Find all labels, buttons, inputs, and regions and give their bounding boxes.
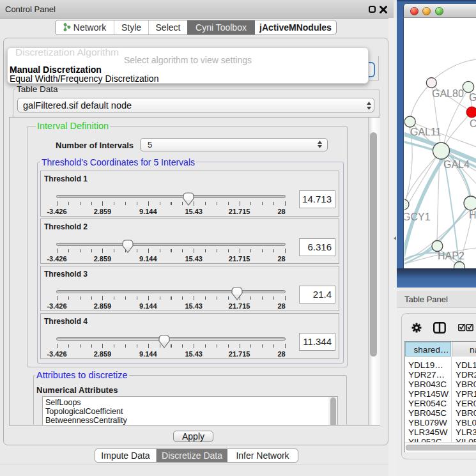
svg-text:HAP2: HAP2 <box>438 250 464 261</box>
svg-text:C: C <box>470 118 476 129</box>
svg-text:H: H <box>469 210 476 220</box>
svg-text:GAL4: GAL4 <box>443 159 470 170</box>
svg-text:GAL11: GAL11 <box>410 127 441 137</box>
svg-text:GCY1: GCY1 <box>404 211 431 222</box>
svg-text:GA: GA <box>469 92 476 103</box>
svg-text:GAL80: GAL80 <box>432 88 464 99</box>
